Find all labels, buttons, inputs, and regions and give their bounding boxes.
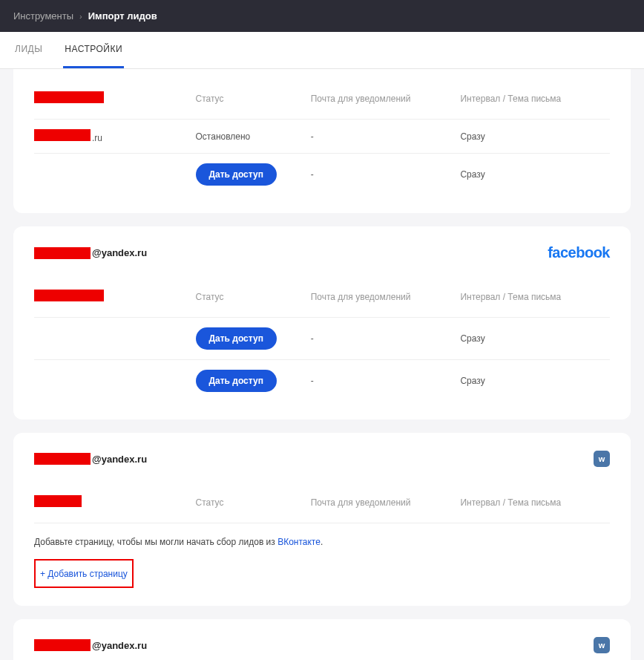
content-area: Статус Почта для уведомлений Интервал / …: [0, 69, 644, 660]
redacted-icon: [34, 91, 104, 103]
col-interval-header: Интервал / Тема письма: [454, 486, 610, 523]
cell-interval: Сразу: [454, 360, 610, 402]
cell-name: [34, 318, 190, 360]
redacted-icon: [34, 639, 91, 651]
cell-status: Дать доступ: [190, 360, 305, 402]
breadcrumb: Инструменты › Импорт лидов: [0, 0, 644, 32]
integration-card-vk: @yandex.ru w Статус Почта для уведомлени…: [13, 619, 631, 660]
integration-table: Статус Почта для уведомлений Интервал / …: [34, 281, 610, 402]
col-status-header: Статус: [190, 82, 305, 120]
redacted-icon: [34, 290, 104, 301]
tabs: ЛИДЫ НАСТРОЙКИ: [0, 32, 644, 69]
grant-access-button[interactable]: Дать доступ: [196, 370, 277, 392]
table-row: .ru Остановлено - Сразу: [34, 120, 610, 154]
col-email-header: Почта для уведомлений: [305, 281, 455, 318]
cell-email: -: [305, 120, 455, 154]
col-email-header: Почта для уведомлений: [305, 82, 455, 120]
table-row: Дать доступ - Сразу: [34, 318, 610, 360]
table-row-empty: [34, 523, 610, 524]
integration-table: Статус Почта для уведомлений Интервал / …: [34, 82, 610, 195]
chevron-right-icon: ›: [79, 12, 82, 21]
col-interval-header: Интервал / Тема письма: [454, 281, 610, 318]
cell-name: [34, 360, 190, 402]
table-row: Дать доступ - Сразу: [34, 360, 610, 402]
integration-card: Статус Почта для уведомлений Интервал / …: [13, 69, 631, 213]
account-email: @yandex.ru: [34, 453, 147, 465]
col-status-header: Статус: [190, 281, 305, 318]
vkontakte-link[interactable]: ВКонтакте: [277, 537, 321, 547]
redacted-icon: [34, 129, 91, 141]
col-name-header: [34, 486, 190, 523]
tab-leads[interactable]: ЛИДЫ: [13, 32, 44, 68]
cell-email: -: [305, 360, 455, 402]
redacted-icon: [34, 453, 91, 465]
account-email: @yandex.ru: [34, 639, 147, 651]
cell-name: .ru: [34, 120, 190, 154]
vk-icon: w: [594, 451, 610, 467]
integration-card-vk: @yandex.ru w Статус Почта для уведомлени…: [13, 433, 631, 606]
vk-icon: w: [594, 637, 610, 653]
cell-email: -: [305, 318, 455, 360]
table-row: Дать доступ - Сразу: [34, 154, 610, 196]
add-page-button[interactable]: + Добавить страницу: [40, 569, 128, 579]
breadcrumb-current: Импорт лидов: [88, 10, 157, 22]
col-name-header: [34, 82, 190, 120]
redacted-icon: [34, 247, 91, 259]
col-name-header: [34, 281, 190, 318]
breadcrumb-parent[interactable]: Инструменты: [13, 10, 73, 22]
cell-email: -: [305, 154, 455, 196]
redacted-icon: [34, 495, 82, 507]
col-status-header: Статус: [190, 486, 305, 523]
cell-interval: Сразу: [454, 154, 610, 196]
cell-interval: Сразу: [454, 120, 610, 154]
cell-name: [34, 154, 190, 196]
grant-access-button[interactable]: Дать доступ: [196, 327, 277, 350]
integration-card-facebook: @yandex.ru facebook Статус Почта для уве…: [13, 226, 631, 419]
cell-status: Остановлено: [190, 120, 305, 154]
cell-status: Дать доступ: [190, 154, 305, 196]
facebook-icon: facebook: [548, 244, 610, 261]
add-page-highlight-box: + Добавить страницу: [34, 559, 134, 588]
cell-status: Дать доступ: [190, 318, 305, 360]
col-interval-header: Интервал / Тема письма: [454, 82, 610, 120]
cell-interval: Сразу: [454, 318, 610, 360]
col-email-header: Почта для уведомлений: [305, 486, 455, 523]
grant-access-button[interactable]: Дать доступ: [196, 163, 277, 186]
account-email: @yandex.ru: [34, 247, 147, 259]
hint-text: Добавьте страницу, чтобы мы могли начать…: [34, 537, 610, 547]
tab-settings[interactable]: НАСТРОЙКИ: [63, 32, 124, 68]
integration-table: Статус Почта для уведомлений Интервал / …: [34, 486, 610, 523]
